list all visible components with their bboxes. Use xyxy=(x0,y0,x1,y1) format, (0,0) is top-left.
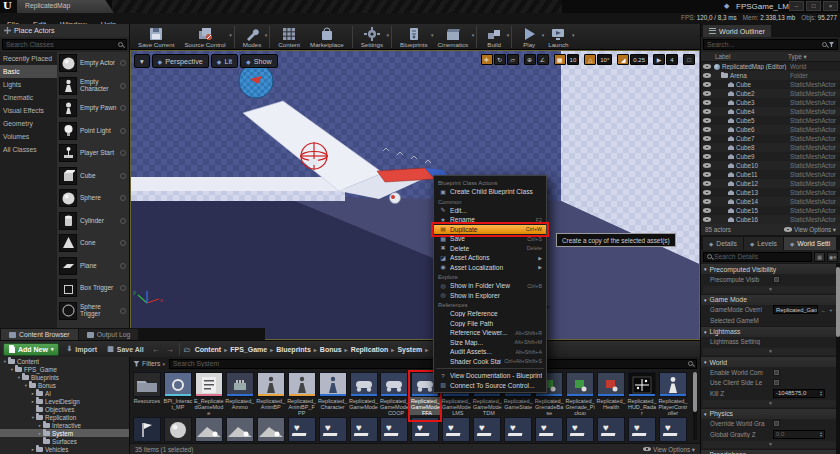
toolbar-modes[interactable]: Modes▾ xyxy=(238,25,267,48)
outliner-row[interactable]: ArenaFolder xyxy=(701,71,840,80)
asset-resources[interactable]: Resources xyxy=(132,372,162,415)
filter-icon[interactable] xyxy=(829,42,834,47)
asset-e_replicatedgamemode[interactable]: E_ReplicatedGameMode xyxy=(194,372,224,415)
eye-options-button[interactable]: ◉▾ xyxy=(827,252,838,262)
assets-scrollbar[interactable] xyxy=(693,372,697,412)
visibility-eye-icon[interactable] xyxy=(703,64,711,69)
place-item-empty-character[interactable]: Empty Character xyxy=(57,75,129,98)
asset-partial[interactable]: ♥ xyxy=(472,417,502,442)
asset-replicated_gamemode[interactable]: Replicated_GameMode xyxy=(349,372,379,415)
place-item-cylinder[interactable]: Cylinder xyxy=(57,210,129,233)
place-actors-header[interactable]: Place Actors xyxy=(0,24,129,37)
drag-grip-icon[interactable] xyxy=(120,218,126,224)
breadcrumb-bonus[interactable]: Bonus xyxy=(320,346,342,353)
asset-replicated_grenade_pickup[interactable]: Replicated_Grenade_Pickup xyxy=(565,372,595,415)
toolbar-blueprints[interactable]: Blueprints▾ xyxy=(395,25,433,48)
rotation-snap-value[interactable]: 10° xyxy=(597,54,612,65)
visibility-eye-icon[interactable] xyxy=(703,136,711,141)
cb-view-options[interactable]: View Options ▾ xyxy=(653,446,695,453)
filters-button[interactable]: Filters▾ xyxy=(133,360,165,367)
visibility-eye-icon[interactable] xyxy=(703,154,711,159)
menu-item-save[interactable]: ▦SaveCtrl+S xyxy=(434,234,546,244)
asset-partial[interactable]: ♥ xyxy=(410,417,440,442)
category-lights[interactable]: Lights xyxy=(0,78,57,91)
maximize-button[interactable]: □ xyxy=(806,1,821,11)
tree-folder-content[interactable]: ▾Content xyxy=(0,357,129,365)
category-volumes[interactable]: Volumes xyxy=(0,130,57,143)
add-new-button[interactable]: Add New▾ xyxy=(3,343,59,356)
asset-partial[interactable]: ♥ xyxy=(318,417,348,442)
toolbar-content[interactable]: Content xyxy=(273,25,305,48)
menu-item-audit-assets[interactable]: Audit Assets...Alt+Shift+A xyxy=(434,347,546,357)
menu-item-show-in-folder-view[interactable]: ◎Show in Folder ViewCtrl+B xyxy=(434,281,546,291)
place-item-plane[interactable]: Plane xyxy=(57,255,129,278)
breadcrumb-fps_game[interactable]: FPS_Game xyxy=(230,346,267,353)
menu-item-connect-to-source-control[interactable]: ▥Connect To Source Control... xyxy=(434,381,546,391)
search-assets-input[interactable] xyxy=(173,360,686,367)
menu-item-copy-reference[interactable]: Copy Reference xyxy=(434,309,546,319)
tab-output-log[interactable]: Output Log xyxy=(79,329,139,340)
visibility-eye-icon[interactable] xyxy=(703,199,711,204)
menu-item-shader-cook-statistics[interactable]: Shader Cook Statistics...Ctrl+Alt+Shift+… xyxy=(434,357,546,367)
outliner-row[interactable]: Cube14StaticMeshActor xyxy=(701,197,840,206)
viewport-perspective-button[interactable]: ◆Perspective xyxy=(152,54,209,68)
asset-replicated_character[interactable]: Replicated_Character xyxy=(318,372,348,415)
drag-grip-icon[interactable] xyxy=(120,128,126,134)
toolbar-launch[interactable]: Launch▾ xyxy=(543,25,573,48)
import-button[interactable]: ⬇Import xyxy=(63,345,100,353)
grid-snap-toggle-icon[interactable]: ▦ xyxy=(554,54,566,65)
place-item-sphere-trigger[interactable]: Sphere Trigger xyxy=(57,300,129,323)
toolbar-source-control[interactable]: Source Control▾ xyxy=(179,25,230,48)
place-item-player-start[interactable]: Player Start xyxy=(57,142,129,165)
visibility-eye-icon[interactable] xyxy=(703,109,711,114)
save-all-button[interactable]: ▦Save All xyxy=(104,345,147,353)
section-expander[interactable]: ▼ xyxy=(703,441,838,448)
outliner-row[interactable]: Cube13StaticMeshActor xyxy=(701,188,840,197)
chevron-down-icon[interactable]: ▾ xyxy=(387,32,390,38)
category-recently-placed[interactable]: Recently Placed xyxy=(0,52,57,65)
section-precomputed-visibility[interactable]: ▾Precomputed Visibility xyxy=(701,263,840,274)
visibility-eye-icon[interactable] xyxy=(703,145,711,150)
camera-speed-button-icon[interactable]: ▶ xyxy=(653,54,665,65)
section-world[interactable]: ▾World xyxy=(701,356,840,367)
asset-partial[interactable]: ♥ xyxy=(380,417,410,442)
outliner-view-options[interactable]: View Options ▾ xyxy=(794,226,836,233)
toolbar-play[interactable]: Play▾ xyxy=(515,25,543,48)
visibility-eye-icon[interactable] xyxy=(703,181,711,186)
maximize-viewport-button[interactable]: □ xyxy=(683,54,695,65)
drag-grip-icon[interactable] xyxy=(120,263,126,269)
asset-replicated_playercontroller[interactable]: Replicated_PlayerController xyxy=(658,372,688,415)
asset-partial[interactable] xyxy=(132,417,162,442)
drag-grip-icon[interactable] xyxy=(120,308,126,314)
menu-item-copy-file-path[interactable]: Copy File Path xyxy=(434,319,546,329)
number-field[interactable]: 0,0▴▾ xyxy=(773,430,825,439)
asset-partial[interactable] xyxy=(163,417,193,442)
category-geometry[interactable]: Geometry xyxy=(0,117,57,130)
visibility-eye-icon[interactable] xyxy=(703,118,711,123)
outliner-row[interactable]: Cube11StaticMeshActor xyxy=(701,170,840,179)
outliner-row[interactable]: Cube16StaticMeshActor xyxy=(701,215,840,224)
back-arrow[interactable]: ← xyxy=(151,345,161,354)
checkbox[interactable] xyxy=(773,276,780,283)
rotate-tool[interactable]: ↻ xyxy=(494,54,506,65)
drag-grip-icon[interactable] xyxy=(120,150,126,156)
asset-partial[interactable]: ♥ xyxy=(287,417,317,442)
outliner-row[interactable]: Cube9StaticMeshActor xyxy=(701,152,840,161)
place-item-sphere[interactable]: Sphere xyxy=(57,187,129,210)
tab-details[interactable]: ◆Details xyxy=(703,237,743,250)
tree-folder-bonus[interactable]: ▾Bonus xyxy=(0,381,129,389)
outliner-row[interactable]: Cube15StaticMeshActor xyxy=(701,206,840,215)
toolbar-cinematics[interactable]: Cinematics▾ xyxy=(433,25,474,48)
asset-partial[interactable] xyxy=(225,417,255,442)
checkbox[interactable] xyxy=(773,420,780,427)
tree-folder-fps_game[interactable]: ▾FPS_Game xyxy=(0,365,129,373)
section-broadphase[interactable]: ▾Broadphase xyxy=(701,449,840,454)
visibility-eye-icon[interactable] xyxy=(703,163,711,168)
asset-partial[interactable]: ♥ xyxy=(349,417,379,442)
category-all-classes[interactable]: All Classes xyxy=(0,143,57,156)
outliner-row[interactable]: ReplicatedMap (Editor)World xyxy=(701,62,840,71)
drag-grip-icon[interactable] xyxy=(120,240,126,246)
details-scrollbar[interactable] xyxy=(836,267,840,337)
move-tool[interactable]: ✛ xyxy=(481,54,493,65)
tab-world-setti[interactable]: ◆World Setti xyxy=(784,237,836,250)
